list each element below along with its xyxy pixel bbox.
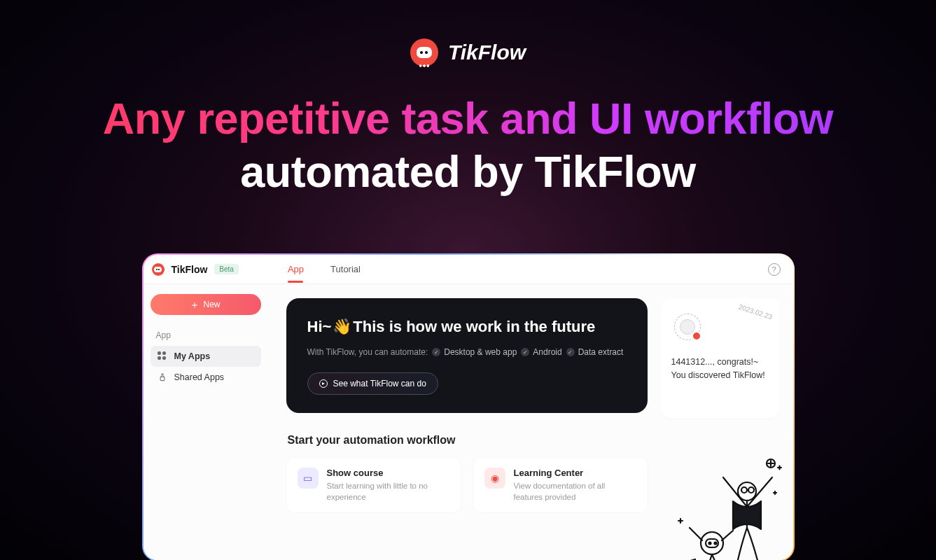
topbar: TikFlow Beta App Tutorial ?	[144, 255, 793, 284]
start-card-title: Show course	[327, 468, 449, 478]
hero-subtitle: With TikFlow, you can automate: Desktop …	[307, 347, 627, 357]
congrats-line-1: 1441312..., congrats!~	[671, 356, 769, 369]
headline-line-1: Any repetitive task and UI workflow	[0, 93, 936, 144]
hero-card: Hi~ 👋 This is how we work in the future …	[286, 298, 648, 413]
app-title: TikFlow	[172, 264, 208, 275]
grid-icon	[158, 351, 167, 361]
share-icon	[158, 372, 167, 382]
headline: Any repetitive task and UI workflow auto…	[0, 93, 936, 197]
hero-title: Hi~ 👋 This is how we work in the future	[307, 318, 627, 336]
book-icon: ▭	[298, 468, 319, 489]
start-card-show-course[interactable]: ▭ Show course Start learning with little…	[286, 458, 461, 512]
sidebar-item-shared-apps[interactable]: Shared Apps	[151, 367, 261, 388]
congrats-card: 2023.02.23 1441312..., congrats!~ You di…	[662, 298, 779, 419]
brand-name: TikFlow	[448, 41, 526, 64]
hero-subtitle-lead: With TikFlow, you can automate:	[307, 347, 428, 357]
sidebar-item-my-apps[interactable]: My Apps	[151, 346, 261, 367]
check-icon	[521, 348, 529, 356]
start-card-desc: Start learning with little to no experie…	[327, 480, 449, 503]
stamp-icon	[674, 314, 701, 340]
start-section-title: Start your automation workflow	[288, 434, 648, 447]
check-icon	[566, 348, 575, 356]
hero-title-rest: This is how we work in the future	[353, 318, 595, 336]
feature-chip: Data extract	[566, 347, 624, 357]
sidebar: ＋ New App My Apps Shared Apps	[144, 284, 268, 560]
check-icon	[432, 348, 440, 356]
tab-app[interactable]: App	[288, 255, 304, 283]
svg-point-0	[161, 374, 162, 375]
svg-rect-1	[160, 377, 165, 380]
hero-cta-label: See what TikFlow can do	[333, 379, 426, 388]
new-button-label: New	[203, 300, 220, 309]
headline-line-2: automated by TikFlow	[0, 146, 936, 197]
new-button[interactable]: ＋ New	[151, 294, 261, 315]
help-icon[interactable]: ?	[768, 263, 781, 276]
tabs: App Tutorial	[288, 255, 361, 283]
sidebar-item-label: Shared Apps	[174, 372, 225, 382]
plus-icon: ＋	[190, 300, 199, 309]
hero-cta-button[interactable]: See what TikFlow can do	[307, 372, 438, 395]
start-card-learning-center[interactable]: ◉ Learning Center View documentation of …	[473, 458, 648, 512]
sidebar-section-label: App	[156, 330, 261, 340]
app-logo-icon	[152, 263, 165, 276]
congrats-line-2: You discovered TikFlow!	[671, 369, 769, 382]
feature-label: Android	[533, 347, 561, 357]
feature-chip: Android	[521, 347, 561, 357]
feature-chip: Desktop & web app	[432, 347, 517, 357]
chat-icon: ◉	[484, 468, 505, 489]
start-card-title: Learning Center	[514, 468, 636, 478]
play-icon	[319, 379, 328, 388]
tab-tutorial[interactable]: Tutorial	[330, 255, 361, 283]
hero-title-prefix: Hi~	[307, 318, 332, 336]
start-card-desc: View documentation of all features provi…	[514, 480, 636, 503]
wave-emoji-icon: 👋	[333, 318, 351, 336]
brand-logo-icon	[410, 38, 438, 66]
sidebar-item-label: My Apps	[174, 351, 211, 361]
brand-logo: TikFlow	[0, 0, 936, 66]
feature-label: Desktop & web app	[444, 347, 517, 357]
beta-badge: Beta	[214, 264, 239, 274]
feature-label: Data extract	[578, 347, 624, 357]
congrats-date: 2023.02.23	[738, 303, 774, 321]
app-window: TikFlow Beta App Tutorial ? ＋ New App My…	[142, 253, 795, 560]
